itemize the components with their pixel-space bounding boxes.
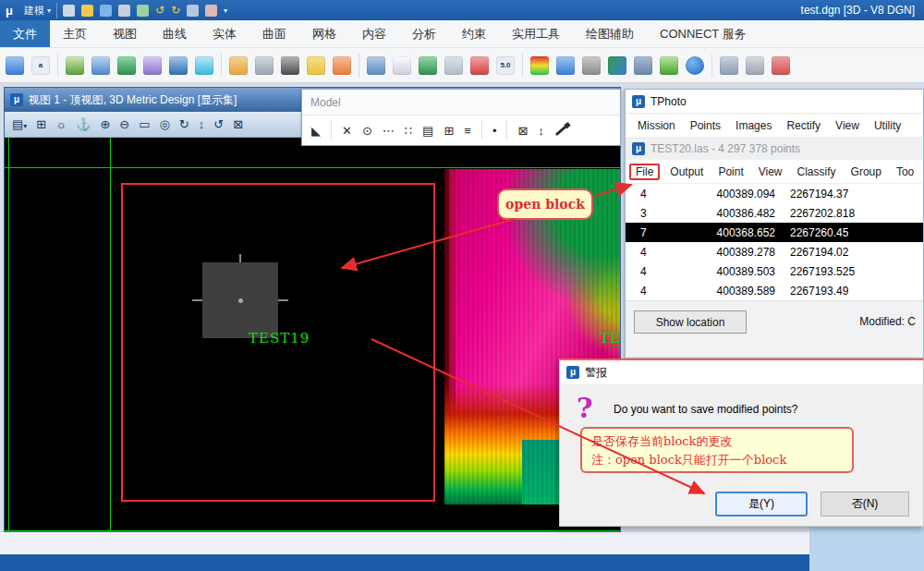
cut-region-icon[interactable]: ⊠ (517, 125, 528, 137)
pole-tool-icon[interactable] (169, 56, 188, 75)
drawing-canvas[interactable]: TEST19 TEST2 open block (5, 138, 620, 531)
fit-view-icon[interactable]: ◎ (159, 118, 169, 130)
menu-point[interactable]: Point (711, 164, 749, 180)
menu-view[interactable]: View (829, 117, 866, 134)
table-row[interactable]: 4 400389.589 2267193.49 (626, 281, 923, 300)
table-tool-icon[interactable] (367, 56, 385, 75)
add-cell-icon[interactable]: ⊞ (444, 125, 454, 137)
view-previous-icon[interactable]: ↺ (213, 118, 224, 130)
documents-tool-icon[interactable] (6, 56, 24, 75)
grid-edit-tool-icon[interactable] (556, 56, 575, 75)
gears-tool-icon[interactable] (307, 56, 325, 75)
tphoto-titlebar[interactable]: μ TPhoto (626, 90, 923, 114)
save-icon[interactable] (100, 5, 112, 17)
tab-utilities[interactable]: 实用工具 (499, 20, 573, 47)
globe-tool-icon[interactable] (608, 56, 626, 75)
las-window-titlebar[interactable]: μ TEST20.las - 4 297 378 points (626, 138, 923, 160)
point-grid-icon[interactable]: ∷ (405, 125, 412, 137)
open-folder-icon[interactable] (81, 5, 93, 17)
workflow-selector[interactable]: 建模 ▾ (18, 3, 57, 18)
undo-icon[interactable]: ↺ (155, 5, 164, 17)
tab-constraints[interactable]: 约束 (449, 20, 499, 47)
region-icon[interactable]: ▤ (422, 125, 433, 137)
measure-tool-icon[interactable] (582, 56, 601, 75)
tab-mesh[interactable]: 网格 (299, 20, 349, 47)
menu-classify[interactable]: Classify (791, 164, 843, 180)
view-attributes-icon[interactable]: ⊞ (36, 118, 46, 130)
single-point-icon[interactable]: • (492, 125, 497, 137)
tab-content[interactable]: 内容 (349, 20, 399, 47)
alert-titlebar[interactable]: μ 警报 (560, 360, 923, 384)
table-row[interactable]: 4 400389.094 2267194.37 (626, 184, 923, 203)
zoom-in-icon[interactable]: ⊕ (100, 118, 110, 130)
no-button[interactable]: 否(N) (821, 492, 909, 516)
trees-tool-icon[interactable] (419, 56, 437, 75)
droplet-tool-icon[interactable] (195, 56, 213, 75)
menu-view[interactable]: View (752, 164, 789, 180)
adjust-brightness-icon[interactable]: ☼ (55, 118, 67, 130)
redo-icon[interactable]: ↻ (171, 5, 180, 17)
pen-tool-icon[interactable] (63, 5, 75, 17)
tool-icon[interactable] (187, 5, 199, 17)
image-tool-icon[interactable] (229, 56, 248, 75)
pan-view-icon[interactable]: ↕ (199, 118, 205, 130)
chevron-down-icon[interactable]: ▾ (224, 6, 227, 15)
tool-icon[interactable] (205, 5, 217, 17)
menu-rectify[interactable]: Rectify (780, 117, 827, 134)
scale-tool-icon[interactable]: 5.0 (496, 56, 515, 75)
mesh-grid-tool-icon[interactable] (444, 56, 463, 75)
tab-solids[interactable]: 实体 (200, 20, 249, 47)
tab-drawing-aids[interactable]: 绘图辅助 (573, 20, 647, 47)
tab-connect-services[interactable]: CONNECT 服务 (647, 20, 760, 47)
print-icon[interactable] (118, 5, 130, 17)
table-row[interactable]: 4 400389.278 2267194.02 (626, 242, 923, 261)
import-tool-icon[interactable] (66, 56, 84, 75)
selected-cell-block[interactable] (202, 262, 278, 338)
yes-button[interactable]: 是(Y) (715, 492, 808, 516)
line-tool-icon[interactable] (143, 56, 162, 75)
menu-tools-clipped[interactable]: Too (890, 164, 920, 180)
menu-points[interactable]: Points (684, 117, 727, 134)
show-location-button[interactable]: Show location (634, 310, 747, 334)
page-tool-icon[interactable] (393, 56, 411, 75)
tab-home[interactable]: 主页 (50, 20, 100, 47)
menu-images[interactable]: Images (729, 117, 778, 134)
slope-tool-icon[interactable] (281, 56, 299, 75)
copy-view-icon[interactable]: ⊠ (233, 118, 243, 130)
red-grid-tool-icon[interactable] (772, 56, 790, 75)
tab-analyze[interactable]: 分析 (399, 20, 449, 47)
model-panel-titlebar[interactable]: Model (302, 90, 620, 115)
fence-icon[interactable] (137, 5, 149, 17)
zoom-out-icon[interactable]: ⊖ (119, 118, 129, 130)
table-row-selected[interactable]: 7 400368.652 2267260.45 (626, 223, 923, 242)
menu-utility[interactable]: Utility (868, 117, 907, 134)
menu-output[interactable]: Output (663, 164, 710, 180)
rotate-view-icon[interactable]: ↻ (179, 118, 189, 130)
sphere-tool-icon[interactable] (686, 56, 704, 75)
menu-mission[interactable]: Mission (631, 117, 682, 134)
select-circle-icon[interactable]: ⊙ (362, 125, 372, 137)
terrain-tool-icon[interactable] (117, 56, 136, 75)
table-row[interactable]: 4 400389.503 2267193.525 (626, 261, 923, 281)
grid-tool-icon[interactable] (91, 56, 110, 75)
target-tool-icon[interactable] (470, 56, 489, 75)
points-table[interactable]: 4 400389.094 2267194.37 3 400386.482 226… (626, 184, 923, 300)
table-row[interactable]: 3 400386.482 2267202.818 (626, 203, 923, 223)
view-display-style-icon[interactable]: ▤▾ (12, 118, 27, 130)
tab-surfaces[interactable]: 曲面 (249, 20, 299, 47)
point-series-icon[interactable]: ⋯ (383, 125, 395, 137)
tab-view[interactable]: 视图 (100, 20, 150, 47)
delete-point-icon[interactable]: ✕ (342, 125, 352, 137)
puzzle-tool-icon[interactable] (333, 56, 351, 75)
menu-group[interactable]: Group (845, 164, 888, 180)
layers-tool-icon[interactable] (634, 56, 652, 75)
network-tool-icon[interactable] (720, 56, 738, 75)
anchor-icon[interactable]: ⚓ (76, 118, 91, 130)
tab-curves[interactable]: 曲线 (150, 20, 200, 47)
brush-tool-icon[interactable] (555, 125, 567, 135)
fence-mode-icon[interactable]: ◣ (311, 125, 321, 137)
text-style-tool-icon[interactable]: a (31, 56, 50, 75)
vegetation-tool-icon[interactable] (660, 56, 678, 75)
pipe-tool-icon[interactable] (746, 56, 764, 75)
settings-tool-icon[interactable] (255, 56, 274, 75)
